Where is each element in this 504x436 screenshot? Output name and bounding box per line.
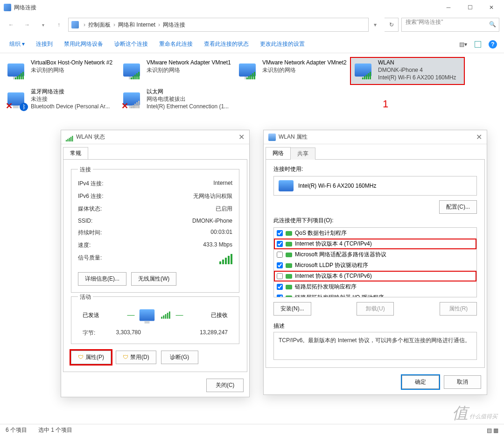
proto-lltd-responder[interactable]: 链路层拓扑发现响应程序 xyxy=(274,281,476,292)
maximize-button[interactable]: ☐ xyxy=(459,0,481,15)
annotation-1: 1 xyxy=(383,98,388,110)
proto-qos[interactable]: QoS 数据包计划程序 xyxy=(274,228,476,239)
conn-ethernet[interactable]: ✕ 以太网 网络电缆被拔出 Intel(R) Ethernet Connecti… xyxy=(119,86,233,114)
adapter-icon xyxy=(279,180,294,191)
proto-label: Internet 协议版本 6 (TCP/IPv6) xyxy=(295,272,372,280)
proto-lldp[interactable]: Microsoft LLDP 协议驱动程序 xyxy=(274,260,476,271)
protocol-icon xyxy=(286,231,292,236)
close-button[interactable]: ✕ xyxy=(481,0,502,15)
bluetooth-icon: ᛒ xyxy=(20,103,28,111)
protocol-icon xyxy=(286,242,292,246)
sent-label: 已发送 xyxy=(83,311,99,319)
conn-vbox-host-only[interactable]: VirtualBox Host-Only Network #2 未识别的网络 xyxy=(3,57,118,85)
breadcrumb-part[interactable]: 网络和 Internet xyxy=(118,21,155,29)
address-bar[interactable]: › 控制面板 › 网络和 Internet › 网络连接 xyxy=(68,18,369,32)
ipv6-label: IPv6 连接: xyxy=(78,192,104,200)
cancel-button[interactable]: 取消 xyxy=(444,375,481,389)
properties-icon xyxy=(268,134,276,141)
item-properties-button[interactable]: 属性(R) xyxy=(440,302,477,316)
proto-checkbox[interactable] xyxy=(277,252,283,258)
cmd-change-settings[interactable]: 更改此连接的设置 xyxy=(255,37,309,51)
details-button[interactable]: 详细信息(E)... xyxy=(78,272,126,286)
command-bar: 组织 ▾ 连接到 禁用此网络设备 诊断这个连接 重命名此连接 查看此连接的状态 … xyxy=(0,35,504,53)
install-button[interactable]: 安装(N)... xyxy=(273,302,311,316)
minimize-button[interactable]: ─ xyxy=(438,0,459,15)
configure-button[interactable]: 配置(C)... xyxy=(439,200,477,214)
refresh-button[interactable]: ↻ xyxy=(385,18,399,32)
description-text: TCP/IPv6。最新版本的 Internet 协议，可以跨多个相互连接的网络进… xyxy=(273,332,477,360)
disable-button[interactable]: 🛡禁用(D) xyxy=(116,351,156,364)
duration-label: 持续时间: xyxy=(78,229,102,237)
cmd-organize[interactable]: 组织 ▾ xyxy=(5,37,29,51)
close-dialog-button[interactable]: 关闭(C) xyxy=(206,379,244,392)
up-button[interactable]: ↑ xyxy=(52,18,65,31)
description-label: 描述 xyxy=(273,322,477,330)
back-button[interactable]: ← xyxy=(5,18,18,31)
ok-button[interactable]: 确定 xyxy=(402,375,439,389)
disconnected-x-icon: ✕ xyxy=(5,102,13,110)
shield-icon: 🛡 xyxy=(78,354,84,360)
proto-checkbox[interactable] xyxy=(277,230,283,236)
uninstall-button[interactable]: 卸载(U) xyxy=(357,302,394,316)
cmd-connect-to[interactable]: 连接到 xyxy=(31,37,57,51)
disconnected-x-icon: ✕ xyxy=(120,102,129,110)
proto-label: 链路层拓扑发现响应程序 xyxy=(295,283,357,291)
help-button[interactable]: ? xyxy=(486,39,499,50)
adapter-box: Intel(R) Wi-Fi 6 AX200 160MHz xyxy=(273,176,477,196)
proto-checkbox[interactable] xyxy=(277,284,283,290)
wlan-properties-dialog: WLAN 属性 ✕ 网络 共享 连接时使用: Intel(R) Wi-Fi 6 … xyxy=(263,130,487,395)
proto-ms-multiplex[interactable]: Microsoft 网络适配器多路传送器协议 xyxy=(274,249,476,260)
address-dropdown[interactable]: ▾ xyxy=(369,18,382,31)
conn-wlan[interactable]: WLAN DMONK-iPhone 4 Intel(R) Wi-Fi 6 AX2… xyxy=(350,57,465,85)
chevron-right-icon: › xyxy=(112,21,116,28)
wireless-props-button[interactable]: 无线属性(W) xyxy=(131,272,176,286)
conn-name: 以太网 xyxy=(147,88,229,95)
conn-vmnet2[interactable]: VMware Network Adapter VMnet2 未识别的网络 xyxy=(234,57,349,85)
chevron-right-icon: › xyxy=(157,21,161,28)
proto-lltd-mapper[interactable]: 链路层拓扑发现映射器 I/O 驱动程序 xyxy=(274,292,476,297)
proto-ipv4[interactable]: Internet 协议版本 4 (TCP/IPv4) xyxy=(274,239,476,249)
proto-ipv6[interactable]: Internet 协议版本 6 (TCP/IPv6) xyxy=(274,271,476,281)
ipv4-label: IPv4 连接: xyxy=(78,180,104,188)
conn-sub1: 网络电缆被拔出 xyxy=(147,95,229,103)
protocol-icon xyxy=(286,274,292,279)
tab-general[interactable]: 常规 xyxy=(63,147,88,159)
diagnose-button[interactable]: 诊断(G) xyxy=(161,351,198,364)
proto-checkbox[interactable] xyxy=(277,241,283,247)
proto-checkbox[interactable] xyxy=(277,262,283,268)
protocol-list[interactable]: QoS 数据包计划程序 Internet 协议版本 4 (TCP/IPv4) M… xyxy=(273,227,477,297)
ssid-label: SSID: xyxy=(78,218,92,224)
breadcrumb-part[interactable]: 网络连接 xyxy=(163,21,185,29)
window-title: 网络连接 xyxy=(14,4,36,12)
speed-value: 433.3 Mbps xyxy=(203,241,232,249)
dialog-close-button[interactable]: ✕ xyxy=(238,133,245,141)
activity-icon: — — xyxy=(127,309,183,322)
conn-sub1: DMONK-iPhone 4 xyxy=(378,66,456,74)
cmd-view-status[interactable]: 查看此连接的状态 xyxy=(199,37,253,51)
cmd-disable-device[interactable]: 禁用此网络设备 xyxy=(59,37,108,51)
recent-button[interactable]: ▾ xyxy=(36,18,49,31)
conn-vmnet1[interactable]: VMware Network Adapter VMnet1 未识别的网络 xyxy=(119,57,233,85)
properties-button[interactable]: 🛡属性(P) xyxy=(71,351,111,364)
proto-checkbox[interactable] xyxy=(277,273,283,279)
tab-network[interactable]: 网络 xyxy=(266,147,291,159)
preview-pane-button[interactable] xyxy=(471,39,484,50)
view-mode-button[interactable]: ▤▾ xyxy=(456,39,469,50)
forward-button[interactable]: → xyxy=(21,18,34,31)
proto-checkbox[interactable] xyxy=(277,295,283,297)
view-toggle-icon[interactable]: ▤ ▦ xyxy=(487,427,498,434)
status-selected: 选中 1 个项目 xyxy=(38,426,72,434)
tab-sharing[interactable]: 共享 xyxy=(290,148,315,160)
breadcrumb-part[interactable]: 控制面板 xyxy=(88,21,111,29)
signal-label: 信号质量: xyxy=(78,254,102,264)
control-panel-icon xyxy=(71,21,79,28)
search-input[interactable]: 搜索"网络连接" xyxy=(401,18,499,32)
cmd-diagnose[interactable]: 诊断这个连接 xyxy=(110,37,153,51)
conn-bluetooth[interactable]: ✕ ᛒ 蓝牙网络连接 未连接 Bluetooth Device (Persona… xyxy=(3,86,118,114)
conn-sub2: Intel(R) Ethernet Connection (1... xyxy=(147,103,229,110)
cmd-rename[interactable]: 重命名此连接 xyxy=(154,37,197,51)
window-controls: ─ ☐ ✕ xyxy=(438,0,502,15)
status-bar: 6 个项目 选中 1 个项目 ▤ ▦ xyxy=(0,424,504,436)
adapter-name: Intel(R) Wi-Fi 6 AX200 160MHz xyxy=(298,183,376,189)
dialog-close-button[interactable]: ✕ xyxy=(476,133,482,141)
